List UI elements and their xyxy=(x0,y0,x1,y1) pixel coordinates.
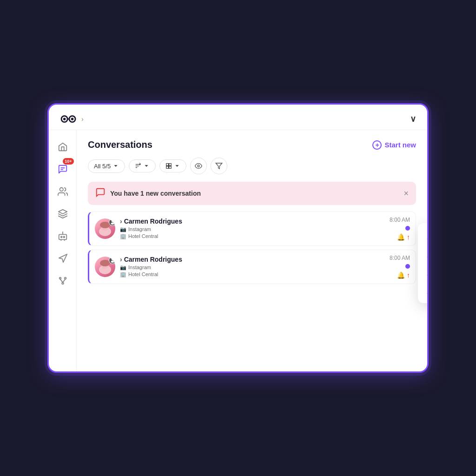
sidebar-item-home[interactable] xyxy=(53,138,72,156)
conversation-time: 8:00 AM xyxy=(390,255,410,261)
sort-icon xyxy=(135,163,141,169)
conversation-platform: 📷 Instagram xyxy=(120,226,390,232)
arrow-up-icon: ↑ xyxy=(407,271,410,279)
svg-point-3 xyxy=(71,118,74,120)
app-wrapper: › ∨ 10+ xyxy=(38,94,438,382)
dropdown-item-channels[interactable]: 🔔 Channels xyxy=(418,245,427,263)
filter-button[interactable] xyxy=(211,158,227,174)
sidebar-item-contacts[interactable] xyxy=(53,182,72,201)
conversations-badge: 10+ xyxy=(63,158,73,165)
start-new-button[interactable]: + Start new xyxy=(372,140,416,150)
sort-filter-pill[interactable] xyxy=(129,159,156,172)
conversation-right: 8:00 AM 🔔 ↑ xyxy=(390,255,410,279)
svg-rect-21 xyxy=(166,166,169,169)
arrow-up-icon: ↑ xyxy=(407,233,410,241)
collapse-icon[interactable]: ∨ xyxy=(410,114,416,124)
eye-icon xyxy=(195,162,202,170)
svg-point-29 xyxy=(111,223,114,225)
instagram-icon: 📷 xyxy=(120,226,126,232)
all-filter-label: All 5/5 xyxy=(94,163,111,170)
svg-line-15 xyxy=(63,279,66,282)
group-chevron-icon xyxy=(174,163,180,169)
plus-circle-icon: + xyxy=(372,140,382,150)
avatar xyxy=(95,257,115,277)
conversation-list: › Carmen Rodrigues 📷 Instagram 🏢 Hotel C… xyxy=(88,212,416,284)
conversation-item[interactable]: › Carmen Rodrigues 📷 Instagram 🏢 Hotel C… xyxy=(88,212,416,246)
svg-rect-8 xyxy=(59,234,66,239)
svg-point-33 xyxy=(112,259,113,261)
conversation-name: Carmen Rodrigues xyxy=(124,218,182,225)
conversation-location: 🏢 Hotel Central xyxy=(120,233,390,239)
svg-point-34 xyxy=(111,261,114,263)
filter-bar: All 5/5 xyxy=(88,158,416,174)
conversation-name-row: › Carmen Rodrigues xyxy=(120,256,390,263)
chart-icon xyxy=(58,209,68,219)
dropdown-item-rooms[interactable]: 🔔 Rooms xyxy=(418,281,427,299)
instagram-icon: 📷 xyxy=(120,264,126,271)
app-card: › ∨ 10+ xyxy=(47,103,429,373)
notification-banner: You have 1 new conversation × xyxy=(88,182,416,205)
conversation-platform: 📷 Instagram xyxy=(120,264,390,271)
group-icon xyxy=(165,163,172,169)
avatar xyxy=(95,218,115,239)
building-icon: 🏢 xyxy=(120,271,126,278)
conversation-name-row: › Carmen Rodrigues xyxy=(120,218,390,225)
sidebar-item-conversations[interactable]: 10+ xyxy=(53,160,72,178)
group-filter-pill[interactable] xyxy=(159,159,186,172)
conversation-right: 8:00 AM 🔔 ↑ xyxy=(390,217,410,241)
conversation-details: › Carmen Rodrigues 📷 Instagram 🏢 Hotel C… xyxy=(120,256,390,278)
bell-active-icon: 🔔 xyxy=(426,231,427,240)
svg-point-7 xyxy=(60,188,63,191)
sidebar-item-campaigns[interactable] xyxy=(53,249,72,268)
svg-point-23 xyxy=(198,165,199,167)
dropdown-menu: 🔔 Requests 🔔 Channels 🔔 Sales 🔔 Rooms xyxy=(418,223,427,303)
sidebar-item-reports[interactable] xyxy=(53,205,72,223)
conversation-actions: 🔔 ↑ xyxy=(397,271,410,279)
dropdown-item-requests[interactable]: 🔔 Requests xyxy=(418,227,427,245)
users-icon xyxy=(58,186,68,197)
conversation-name: Carmen Rodrigues xyxy=(124,256,182,263)
notification-text: You have 1 new conversation xyxy=(110,190,201,197)
svg-line-14 xyxy=(60,279,63,282)
building-icon: 🏢 xyxy=(120,233,126,239)
agent-badge xyxy=(109,257,115,264)
notification-close-button[interactable]: × xyxy=(403,189,409,198)
bell-icon: 🔔 xyxy=(426,268,427,277)
agent-badge xyxy=(109,218,115,226)
platform-label: Instagram xyxy=(128,264,151,270)
content-header: Conversations + Start new xyxy=(88,139,416,150)
conversation-item[interactable]: › Carmen Rodrigues 📷 Instagram 🏢 Hotel C… xyxy=(88,250,416,284)
conversation-arrow: › xyxy=(120,256,122,263)
svg-point-28 xyxy=(112,221,113,223)
location-label: Hotel Central xyxy=(128,233,158,239)
expand-icon[interactable]: › xyxy=(81,115,84,123)
chevron-down-icon xyxy=(112,163,119,169)
page-title: Conversations xyxy=(88,139,152,150)
start-new-label: Start new xyxy=(384,141,416,149)
dropdown-item-sales[interactable]: 🔔 Sales xyxy=(418,263,427,281)
conversation-actions: 🔔 ↑ xyxy=(397,233,410,241)
conversation-time: 8:00 AM xyxy=(390,217,410,223)
logo-area: › xyxy=(60,112,84,126)
svg-point-9 xyxy=(60,236,62,238)
svg-marker-24 xyxy=(216,163,222,169)
location-label: Hotel Central xyxy=(128,271,158,277)
svg-point-10 xyxy=(63,236,65,238)
sidebar-item-integrations[interactable] xyxy=(53,271,72,290)
svg-rect-20 xyxy=(169,164,172,166)
unread-dot xyxy=(405,226,410,231)
conversation-arrow: › xyxy=(120,218,122,225)
bell-icon: 🔔 xyxy=(397,233,405,241)
sort-chevron-icon xyxy=(143,163,150,169)
svg-point-1 xyxy=(63,118,66,120)
view-toggle-button[interactable] xyxy=(190,158,207,174)
platform-label: Instagram xyxy=(128,226,151,232)
all-filter-pill[interactable]: All 5/5 xyxy=(88,159,125,173)
top-bar: › ∨ xyxy=(49,105,427,130)
bot-icon xyxy=(58,231,68,241)
svg-rect-19 xyxy=(166,164,169,166)
app-logo xyxy=(60,112,78,126)
megaphone-icon xyxy=(58,253,68,264)
sidebar-item-bot[interactable] xyxy=(53,227,72,245)
bell-icon: 🔔 xyxy=(426,286,427,295)
